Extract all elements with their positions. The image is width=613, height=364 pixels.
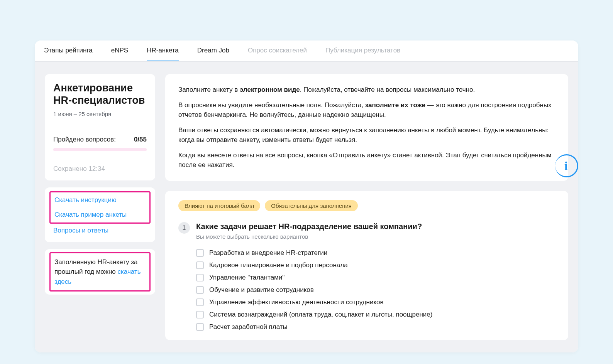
sidebar: Анкетирование HR-специалистов 1 июня – 2…	[45, 74, 155, 340]
question-card: Влияют на итоговый балл Обязательны для …	[165, 191, 568, 340]
tab-enps[interactable]: eNPS	[111, 40, 128, 61]
progress-text: Пройдено вопросов:	[53, 136, 116, 143]
question-number: 1	[178, 222, 190, 234]
checkbox[interactable]	[196, 286, 204, 294]
tab-publish-results: Публикация результатов	[325, 40, 400, 61]
tabs-bar: Этапы рейтинга eNPS HR-анкета Dream Job …	[35, 40, 578, 62]
option-row: Кадровое планирование и подбор персонала	[196, 261, 555, 269]
download-example-link[interactable]: Скачать пример анкеты	[54, 211, 146, 219]
option-label: Система вознаграждений (оплата труда, со…	[209, 311, 432, 318]
checkbox[interactable]	[196, 298, 204, 306]
option-label: Управление эффективностью деятельности с…	[209, 298, 384, 306]
highlight-prev-year: Заполненную HR-анкету за прошлый год мож…	[49, 252, 151, 292]
progress-bar	[53, 148, 147, 151]
option-row: Обучение и развитие сотрудников	[196, 286, 555, 294]
info-icon[interactable]: i	[555, 154, 578, 177]
option-row: Управление эффективностью деятельности с…	[196, 298, 555, 306]
option-row: Управление "талантами"	[196, 274, 555, 281]
saved-timestamp: Сохранено 12:34	[53, 165, 147, 173]
sidebar-links-card: Скачать инструкцию Скачать пример анкеты…	[45, 187, 155, 242]
prev-year-text: Заполненную HR-анкету за прошлый год мож…	[54, 257, 146, 287]
faq-link[interactable]: Вопросы и ответы	[53, 227, 147, 234]
question-header: 1 Какие задачи решает HR-подразделение в…	[178, 222, 555, 240]
download-instruction-link[interactable]: Скачать инструкцию	[54, 196, 146, 204]
prev-year-card: Заполненную HR-анкету за прошлый год мож…	[45, 249, 155, 295]
tab-hr-survey[interactable]: HR-анкета	[147, 40, 179, 61]
checkbox[interactable]	[196, 311, 204, 318]
dates-range: 1 июня – 25 сентября	[53, 111, 147, 117]
option-row: Система вознаграждений (оплата труда, со…	[196, 311, 555, 318]
instruction-paragraph: В опроснике вы увидите необязательные по…	[178, 100, 555, 120]
app-window: Этапы рейтинга eNPS HR-анкета Dream Job …	[35, 40, 578, 352]
progress-label: Пройдено вопросов: 0/55	[53, 136, 147, 143]
main-content: Заполните анкету в электронном виде. Пож…	[165, 74, 568, 340]
option-row: Расчет заработной платы	[196, 323, 555, 331]
badge-affects-score: Влияют на итоговый балл	[178, 200, 260, 211]
question-title: Какие задачи решает HR-подразделение ваш…	[196, 222, 555, 231]
checkbox[interactable]	[196, 249, 204, 257]
option-label: Разработка и внедрение HR-стратегии	[209, 249, 327, 257]
content-area: Анкетирование HR-специалистов 1 июня – 2…	[35, 62, 578, 352]
checkbox[interactable]	[196, 261, 204, 269]
option-label: Кадровое планирование и подбор персонала	[209, 261, 348, 269]
question-hint: Вы можете выбрать несколько вариантов	[196, 233, 555, 240]
badges-row: Влияют на итоговый балл Обязательны для …	[178, 200, 555, 211]
sidebar-summary-card: Анкетирование HR-специалистов 1 июня – 2…	[45, 74, 155, 180]
checkbox[interactable]	[196, 274, 204, 281]
instruction-paragraph: Ваши ответы сохраняются автоматически, м…	[178, 125, 555, 145]
checkbox[interactable]	[196, 323, 204, 331]
option-row: Разработка и внедрение HR-стратегии	[196, 249, 555, 257]
tab-stages[interactable]: Этапы рейтинга	[44, 40, 93, 61]
options-list: Разработка и внедрение HR-стратегии Кадр…	[178, 249, 555, 331]
option-label: Обучение и развитие сотрудников	[209, 286, 314, 294]
page-title: Анкетирование HR-специалистов	[53, 82, 147, 107]
instruction-paragraph: Заполните анкету в электронном виде. Пож…	[178, 85, 555, 95]
badge-required: Обязательны для заполнения	[265, 200, 358, 211]
progress-count: 0/55	[134, 136, 147, 143]
tab-dream-job[interactable]: Dream Job	[197, 40, 229, 61]
highlight-download-links: Скачать инструкцию Скачать пример анкеты	[49, 191, 151, 224]
option-label: Управление "талантами"	[209, 274, 284, 281]
tab-applicant-survey: Опрос соискателей	[248, 40, 307, 61]
instructions-card: Заполните анкету в электронном виде. Пож…	[165, 74, 568, 181]
option-label: Расчет заработной платы	[209, 323, 288, 331]
instruction-paragraph: Когда вы внесете ответы на все вопросы, …	[178, 150, 555, 170]
